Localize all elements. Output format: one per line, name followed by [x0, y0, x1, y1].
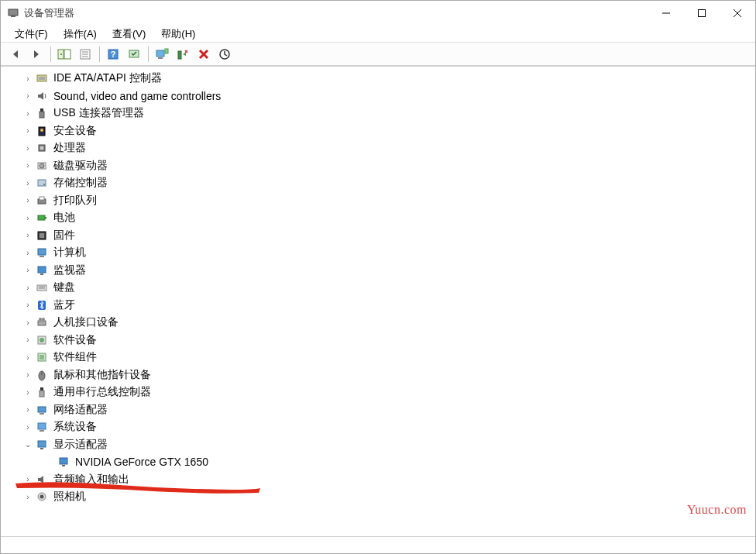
svg-rect-19 — [178, 51, 181, 59]
menu-help[interactable]: 帮助(H) — [153, 26, 203, 43]
svg-point-51 — [40, 338, 44, 342]
tree-node[interactable]: ›通用串行总线控制器 — [4, 384, 755, 401]
tree-node[interactable]: ›磁盘驱动器 — [4, 157, 755, 175]
expand-toggle[interactable]: › — [22, 300, 33, 311]
expand-toggle[interactable]: › — [22, 370, 33, 380]
tree-node[interactable]: ›蓝牙 — [4, 297, 755, 315]
expand-toggle[interactable]: › — [22, 247, 33, 258]
expand-toggle[interactable]: › — [22, 160, 33, 171]
toolbar-separator — [148, 46, 149, 62]
svg-point-26 — [40, 129, 43, 132]
tree-node[interactable]: ›照相机 — [4, 488, 755, 506]
tree-node[interactable]: ›IDE ATA/ATAPI 控制器 — [4, 70, 755, 88]
expand-toggle[interactable]: › — [22, 474, 33, 485]
software-icon — [35, 333, 49, 347]
svg-point-66 — [40, 495, 44, 499]
expand-toggle[interactable]: › — [22, 404, 33, 415]
expand-toggle[interactable]: › — [22, 108, 33, 119]
expand-toggle[interactable]: › — [22, 230, 33, 241]
properties-button[interactable] — [75, 45, 95, 64]
enable-device-button[interactable] — [152, 45, 172, 64]
expand-toggle[interactable]: › — [22, 387, 33, 397]
tree-node[interactable]: ›计算机 — [4, 244, 755, 262]
expand-toggle[interactable]: › — [22, 91, 33, 102]
expand-toggle[interactable]: › — [22, 352, 33, 363]
network-icon — [35, 403, 49, 417]
tree-node[interactable]: ›软件组件 — [4, 349, 755, 366]
tree-node[interactable]: ›打印队列 — [4, 192, 755, 210]
device-tree[interactable]: ›IDE ATA/ATAPI 控制器›Sound, video and game… — [1, 67, 755, 536]
tree-node[interactable]: ›网络适配器 — [4, 401, 755, 419]
battery-icon — [35, 211, 49, 225]
expand-toggle[interactable]: › — [22, 212, 33, 223]
menu-file[interactable]: 文件(F) — [7, 26, 56, 43]
node-label: 软件设备 — [53, 333, 97, 347]
svg-rect-63 — [60, 458, 67, 464]
svg-rect-56 — [40, 387, 43, 391]
bluetooth-icon — [35, 298, 49, 312]
update-driver-button[interactable] — [215, 45, 235, 64]
expand-toggle[interactable]: › — [22, 317, 33, 328]
tree-node[interactable]: ›音频输入和输出 — [4, 471, 755, 489]
svg-rect-23 — [40, 108, 43, 112]
expand-toggle[interactable]: › — [22, 335, 33, 346]
help-button[interactable]: ? — [103, 45, 123, 64]
sound-icon — [35, 89, 49, 103]
scan-hardware-button[interactable] — [124, 45, 144, 64]
expand-toggle[interactable]: › — [22, 195, 33, 206]
expand-toggle[interactable]: › — [22, 491, 33, 502]
expand-toggle[interactable]: › — [22, 265, 33, 276]
system-icon — [35, 420, 49, 434]
node-label: 存储控制器 — [53, 176, 108, 190]
uninstall-device-button[interactable] — [173, 45, 193, 64]
tree-node[interactable]: ›固件 — [4, 227, 755, 245]
tree-node[interactable]: ›监视器 — [4, 262, 755, 280]
expand-toggle[interactable]: › — [22, 177, 33, 188]
svg-rect-34 — [40, 197, 44, 200]
storage-icon — [35, 176, 49, 190]
expand-toggle[interactable]: › — [22, 282, 33, 293]
disk-icon — [35, 159, 49, 173]
tree-node[interactable]: ›Sound, video and game controllers — [4, 88, 755, 105]
computer-icon — [35, 246, 49, 260]
node-label: USB 连接器管理器 — [53, 106, 144, 120]
tree-node[interactable]: ⌄显示适配器 — [4, 436, 755, 454]
maximize-button[interactable] — [684, 1, 720, 26]
tree-node[interactable]: ›电池 — [4, 209, 755, 227]
expand-toggle[interactable]: ⌄ — [22, 439, 33, 450]
expand-toggle[interactable]: › — [22, 126, 33, 136]
svg-rect-16 — [156, 50, 164, 57]
menu-action[interactable]: 操作(A) — [56, 26, 105, 43]
forward-button[interactable] — [26, 45, 46, 64]
node-label: 鼠标和其他指针设备 — [53, 368, 151, 382]
show-hide-console-button[interactable] — [54, 45, 74, 64]
tree-node[interactable]: ›软件设备 — [4, 332, 755, 349]
disable-device-button[interactable] — [194, 45, 214, 64]
close-button[interactable] — [720, 1, 755, 26]
node-label: 监视器 — [53, 263, 86, 277]
tree-node[interactable]: ›系统设备 — [4, 418, 755, 436]
node-label: IDE ATA/ATAPI 控制器 — [53, 71, 162, 85]
firmware-icon — [35, 229, 49, 243]
expand-toggle[interactable]: › — [22, 422, 33, 432]
tree-node[interactable]: ›存储控制器 — [4, 174, 755, 192]
back-button[interactable] — [5, 45, 26, 64]
expand-toggle[interactable]: › — [22, 143, 33, 153]
tree-node-child[interactable]: NVIDIA GeForce GTX 1650 — [4, 453, 755, 471]
svg-rect-36 — [45, 217, 46, 219]
node-label: 固件 — [53, 229, 75, 243]
content-area: ›IDE ATA/ATAPI 控制器›Sound, video and game… — [1, 66, 755, 536]
audio-icon — [35, 473, 49, 487]
tree-node[interactable]: ›人机接口设备 — [4, 314, 755, 332]
expand-toggle[interactable]: › — [22, 73, 33, 84]
svg-rect-39 — [38, 249, 46, 255]
tree-node[interactable]: ›安全设备 — [4, 122, 755, 140]
minimize-button[interactable] — [648, 1, 684, 26]
tree-node[interactable]: ›处理器 — [4, 139, 755, 157]
tree-node[interactable]: ›鼠标和其他指针设备 — [4, 366, 755, 384]
tree-node[interactable]: ›USB 连接器管理器 — [4, 105, 755, 122]
svg-rect-22 — [39, 77, 45, 80]
svg-rect-41 — [38, 267, 46, 273]
menu-view[interactable]: 查看(V) — [105, 26, 153, 43]
tree-node[interactable]: ›键盘 — [4, 279, 755, 297]
